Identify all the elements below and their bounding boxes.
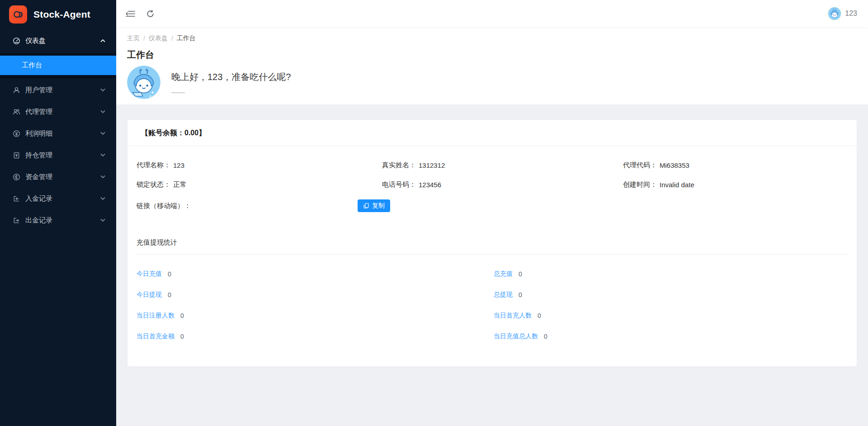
info-created-time: 创建时间： Invalid date xyxy=(623,180,848,189)
app-title: Stock-Agent xyxy=(33,9,90,20)
info-mobile-link: 链接（移动端）： xyxy=(137,201,382,210)
team-icon xyxy=(13,108,20,116)
sidebar-item-profit-detail[interactable]: 利润明细 xyxy=(0,124,116,142)
position-icon xyxy=(13,151,20,159)
withdraw-icon xyxy=(13,217,20,224)
greeting-block: 晚上好，123，准备吃什么呢? xyxy=(127,66,857,99)
sidebar-item-withdraw-records[interactable]: 出金记录 xyxy=(0,211,116,229)
sidebar-item-label: 利润明细 xyxy=(25,129,52,138)
page-header: 主页 / 仪表盘 / 工作台 工作台 xyxy=(116,27,868,104)
sidebar-item-workbench[interactable]: 工作台 xyxy=(0,56,116,75)
stat-today-withdraw: 今日提现 0 xyxy=(137,291,494,299)
workbench-card: 【账号余额：0.00】 代理名称： 123 真实姓名： 1312312 xyxy=(127,119,857,367)
app-root: Stock-Agent 仪表盘 工作台 用户管理 xyxy=(0,0,868,426)
greeting-underline xyxy=(171,92,185,93)
user-menu[interactable]: 123 xyxy=(828,7,857,20)
main-area: 123 主页 / 仪表盘 / 工作台 工作台 xyxy=(116,0,868,426)
sidebar-menu: 仪表盘 工作台 用户管理 代理管理 xyxy=(0,32,116,233)
sidebar: Stock-Agent 仪表盘 工作台 用户管理 xyxy=(0,0,116,426)
collapse-sidebar-button[interactable] xyxy=(125,9,135,18)
chevron-down-icon xyxy=(100,197,105,200)
sidebar-item-funds-management[interactable]: 资金管理 xyxy=(0,168,116,186)
profit-icon xyxy=(13,130,20,137)
greeting-text-block: 晚上好，123，准备吃什么呢? xyxy=(171,66,291,93)
stat-today-total-deposit-users: 当日充值总人数 0 xyxy=(494,332,848,341)
menu-fold-icon xyxy=(126,10,135,18)
stat-total-deposit: 总充值 0 xyxy=(494,270,848,278)
greeting-text: 晚上好，123，准备吃什么呢? xyxy=(171,71,291,83)
dashboard-icon xyxy=(13,37,20,45)
copy-button-label: 复制 xyxy=(372,202,385,210)
card-body: 代理名称： 123 真实姓名： 1312312 代理代码： Mi638353 xyxy=(127,146,857,353)
sidebar-subitem-label: 工作台 xyxy=(22,61,42,70)
sidebar-item-user-management[interactable]: 用户管理 xyxy=(0,81,116,99)
sidebar-item-dashboard[interactable]: 仪表盘 xyxy=(0,32,116,50)
stat-today-registrations: 当日注册人数 0 xyxy=(137,312,494,320)
funds-icon xyxy=(13,173,20,181)
balance-text: 【账号余额：0.00】 xyxy=(141,129,206,137)
stats-grid: 今日充值 0 总充值 0 今日提现 0 总提现 xyxy=(137,270,848,341)
chevron-down-icon xyxy=(100,218,105,222)
chevron-down-icon xyxy=(100,132,105,135)
chevron-down-icon xyxy=(100,175,105,179)
stats-divider xyxy=(137,254,848,255)
info-agent-name: 代理名称： 123 xyxy=(137,161,382,170)
stat-total-withdraw: 总提现 0 xyxy=(494,291,848,299)
copy-button-cell: 复制 xyxy=(358,199,599,212)
chevron-down-icon xyxy=(100,110,105,114)
sidebar-item-label: 资金管理 xyxy=(25,173,52,181)
sidebar-item-label: 入金记录 xyxy=(25,194,52,203)
breadcrumb: 主页 / 仪表盘 / 工作台 xyxy=(127,34,857,43)
sidebar-item-label: 出金记录 xyxy=(25,216,52,225)
page-title: 工作台 xyxy=(127,49,857,61)
submenu-dashboard: 工作台 xyxy=(0,53,116,78)
sidebar-item-agent-management[interactable]: 代理管理 xyxy=(0,103,116,121)
info-agent-code: 代理代码： Mi638353 xyxy=(623,161,848,170)
content-area: 【账号余额：0.00】 代理名称： 123 真实姓名： 1312312 xyxy=(116,104,868,426)
refresh-button[interactable] xyxy=(145,9,155,18)
deposit-icon xyxy=(13,195,20,203)
breadcrumb-current: 工作台 xyxy=(177,34,196,43)
stats-section-title: 充值提现统计 xyxy=(137,238,848,247)
info-real-name: 真实姓名： 1312312 xyxy=(382,161,623,170)
chevron-down-icon xyxy=(100,153,105,157)
topbar: 123 xyxy=(116,0,868,27)
sidebar-item-label: 仪表盘 xyxy=(25,37,46,45)
username-label: 123 xyxy=(845,9,857,18)
agent-info-grid: 代理名称： 123 真实姓名： 1312312 代理代码： Mi638353 xyxy=(137,161,848,212)
breadcrumb-dashboard[interactable]: 仪表盘 xyxy=(149,34,168,43)
refresh-icon xyxy=(146,9,155,18)
user-icon xyxy=(13,86,20,94)
copy-button[interactable]: 复制 xyxy=(358,199,390,212)
sidebar-item-label: 代理管理 xyxy=(25,108,52,116)
chevron-up-icon xyxy=(100,39,105,43)
balance-header: 【账号余额：0.00】 xyxy=(127,120,857,146)
breadcrumb-separator: / xyxy=(171,35,173,42)
app-logo-icon xyxy=(9,5,27,24)
sidebar-item-label: 持仓管理 xyxy=(25,151,52,160)
mascot-avatar xyxy=(127,66,160,99)
user-avatar xyxy=(828,7,841,20)
info-phone: 电话号码： 123456 xyxy=(382,180,623,189)
stat-today-deposit: 今日充值 0 xyxy=(137,270,494,278)
sidebar-item-deposit-records[interactable]: 入金记录 xyxy=(0,189,116,208)
chevron-down-icon xyxy=(100,88,105,92)
info-empty-cell xyxy=(623,201,848,210)
stat-today-first-deposit-users: 当日首充人数 0 xyxy=(494,312,848,320)
stat-today-first-deposit-amount: 当日首充金额 0 xyxy=(137,332,494,341)
sidebar-item-label: 用户管理 xyxy=(25,86,52,95)
copy-icon xyxy=(363,203,369,209)
breadcrumb-separator: / xyxy=(143,35,145,42)
app-logo[interactable]: Stock-Agent xyxy=(0,0,116,29)
info-lock-status: 锁定状态： 正常 xyxy=(137,180,382,189)
breadcrumb-home[interactable]: 主页 xyxy=(127,34,140,43)
sidebar-item-position-management[interactable]: 持仓管理 xyxy=(0,146,116,164)
